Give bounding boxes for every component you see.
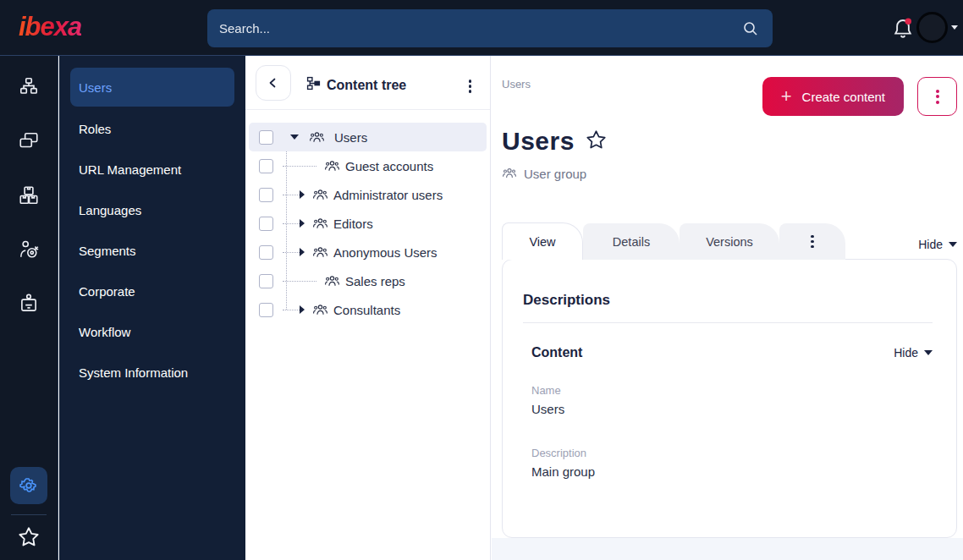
tree-item-guest-accounts[interactable]: Guest accounts: [249, 151, 487, 180]
tree-guide-stub: [283, 195, 300, 195]
global-search[interactable]: [207, 9, 773, 47]
collapse-caret-icon[interactable]: [290, 135, 299, 140]
field-value-description: Main group: [523, 464, 933, 479]
hide-tabs-link[interactable]: Hide: [918, 238, 957, 251]
content-type-row: User group: [502, 166, 586, 181]
bookmarks-star-icon[interactable]: [17, 525, 41, 549]
tree-item-consultants[interactable]: Consultants: [249, 295, 487, 324]
favorite-star-icon[interactable]: [585, 129, 608, 155]
collapse-tree-button[interactable]: [256, 65, 291, 101]
user-group-icon: [502, 166, 517, 181]
tab-view[interactable]: View: [502, 222, 583, 260]
notifications-bell-icon[interactable]: [890, 16, 916, 41]
pages-icon[interactable]: [18, 130, 40, 152]
hide-label: Hide: [894, 346, 918, 360]
main-background-strip: [492, 538, 963, 560]
tree-guide-stub: [283, 252, 300, 253]
tree-item-checkbox[interactable]: [259, 159, 273, 173]
tree-item-checkbox[interactable]: [259, 303, 273, 317]
content-section-header: Content Hide: [523, 345, 933, 360]
tree-guide-stub: [283, 223, 300, 224]
user-group-icon: [324, 158, 340, 174]
tree-item-sales-reps[interactable]: Sales reps: [249, 266, 487, 295]
tabs-row: View Details Versions Hide: [502, 222, 957, 260]
user-avatar[interactable]: [916, 12, 948, 43]
tree-item-administrator-users[interactable]: Administrator users: [249, 180, 487, 209]
user-group-icon: [312, 244, 328, 261]
create-content-label: Create content: [802, 90, 885, 104]
personalization-icon[interactable]: [18, 239, 40, 261]
tree-item-editors[interactable]: Editors: [249, 209, 487, 238]
more-actions-button[interactable]: [917, 77, 957, 116]
tree-item-checkbox[interactable]: [259, 130, 273, 145]
search-icon[interactable]: [742, 20, 759, 37]
settings-button[interactable]: [10, 467, 47, 504]
rail-bottom-group: [10, 467, 47, 549]
sidebar-item-url-management[interactable]: URL Management: [59, 149, 245, 189]
user-group-icon: [309, 129, 325, 145]
view-tab-card: Descriptions Content Hide Name Users Des…: [502, 259, 957, 538]
tree-item-label: Consultants: [333, 303, 400, 317]
tree-item-users[interactable]: Users: [249, 123, 487, 151]
sidebar-item-segments[interactable]: Segments: [59, 230, 245, 271]
section-divider: [523, 322, 933, 323]
tree-options-kebab-icon[interactable]: [465, 76, 476, 96]
expand-caret-icon[interactable]: [300, 305, 305, 314]
expand-caret-icon[interactable]: [300, 248, 305, 256]
tab-details[interactable]: Details: [583, 223, 680, 260]
sidebar-item-corporate[interactable]: Corporate: [59, 271, 245, 311]
admin-sidebar: Users Roles URL Management Languages Seg…: [59, 56, 245, 560]
expand-caret-icon[interactable]: [300, 219, 305, 228]
user-group-icon: [312, 216, 328, 232]
tree-guide-stub: [283, 281, 316, 282]
content-type-label: User group: [524, 167, 586, 181]
commerce-icon[interactable]: [18, 184, 40, 206]
user-menu-caret-icon[interactable]: [951, 25, 958, 30]
kebab-icon: [807, 232, 817, 252]
tab-versions[interactable]: Versions: [680, 223, 779, 260]
content-structure-icon[interactable]: [18, 76, 40, 98]
tree-item-label: Sales reps: [345, 274, 405, 288]
tree-item-checkbox[interactable]: [259, 188, 273, 202]
breadcrumb: Users: [502, 78, 531, 91]
page-title: Users: [502, 127, 575, 156]
tree-item-label: Guest accounts: [345, 159, 433, 173]
descriptions-heading: Descriptions: [523, 292, 933, 309]
rail-divider: [11, 514, 47, 515]
content-tree-list: Users Guest accounts Administrator users: [245, 123, 490, 324]
notification-badge: [905, 19, 912, 25]
expand-caret-icon[interactable]: [300, 190, 305, 199]
search-input[interactable]: [207, 21, 742, 36]
plus-icon: +: [781, 87, 792, 106]
sidebar-item-system-information[interactable]: System Information: [59, 352, 245, 393]
user-group-icon: [312, 187, 328, 203]
field-value-name: Users: [523, 402, 933, 416]
tree-item-checkbox[interactable]: [259, 245, 273, 260]
content-tree-header: Content tree: [245, 56, 490, 110]
title-row: Users: [502, 127, 608, 156]
user-group-icon: [324, 273, 340, 289]
tree-item-label: Users: [334, 130, 367, 145]
tree-item-checkbox[interactable]: [259, 274, 273, 288]
sidebar-item-languages[interactable]: Languages: [59, 189, 245, 230]
sidebar-item-roles[interactable]: Roles: [59, 108, 245, 149]
sidebar-item-workflow[interactable]: Workflow: [59, 311, 245, 352]
tree-item-label: Anonymous Users: [333, 245, 437, 260]
main-content: Users + Create content Users User group …: [492, 56, 963, 560]
hide-content-link[interactable]: Hide: [894, 346, 933, 360]
admin-badge-icon[interactable]: [18, 293, 40, 315]
chevron-down-icon: [949, 242, 957, 247]
kebab-icon: [933, 86, 943, 107]
tree-guide-stub: [283, 310, 300, 310]
field-label-name: Name: [523, 384, 933, 397]
tree-item-anonymous-users[interactable]: Anonymous Users: [249, 238, 487, 266]
create-content-button[interactable]: + Create content: [762, 77, 904, 116]
ibexa-logo[interactable]: ibexa: [19, 12, 81, 42]
tree-item-label: Administrator users: [333, 188, 443, 202]
tree-item-checkbox[interactable]: [259, 217, 273, 231]
tab-more[interactable]: [779, 223, 845, 260]
field-label-description: Description: [523, 447, 933, 459]
content-tree-title: Content tree: [327, 78, 406, 93]
sidebar-item-users[interactable]: Users: [70, 68, 234, 107]
content-heading: Content: [531, 345, 582, 360]
